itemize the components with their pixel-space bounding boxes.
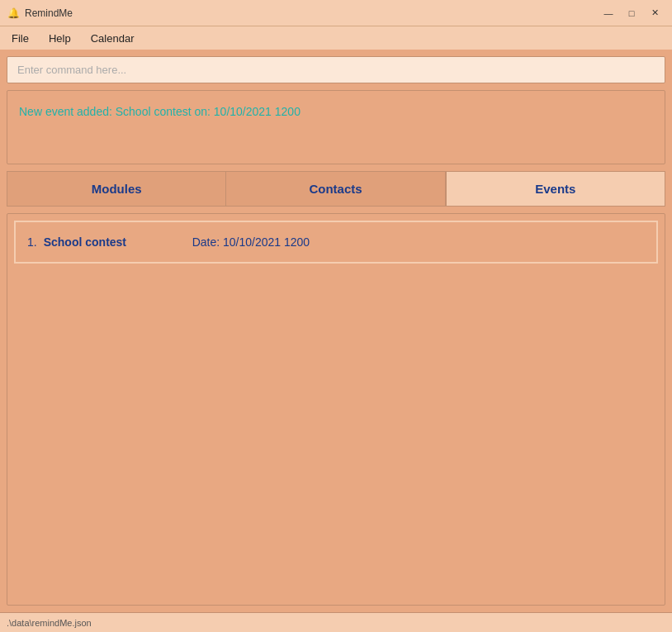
- status-text: .\data\remindMe.json: [7, 618, 92, 628]
- tab-events[interactable]: Events: [446, 171, 665, 207]
- notification-text: New event added: School contest on: 10/1…: [19, 105, 301, 118]
- menu-file[interactable]: File: [3, 31, 37, 46]
- menu-calendar[interactable]: Calendar: [83, 31, 143, 46]
- event-date: Date: 10/10/2021 1200: [192, 235, 310, 249]
- maximize-button[interactable]: □: [621, 5, 642, 21]
- app-icon: 🔔: [7, 7, 20, 20]
- event-name: School contest: [44, 235, 143, 249]
- menu-help[interactable]: Help: [40, 31, 79, 46]
- tab-modules[interactable]: Modules: [7, 171, 225, 207]
- events-container: 1. School contest Date: 10/10/2021 1200: [7, 213, 665, 606]
- title-bar-left: 🔔 RemindMe: [7, 7, 73, 20]
- status-bar: .\data\remindMe.json: [0, 612, 672, 632]
- main-content: New event added: School contest on: 10/1…: [0, 50, 672, 612]
- command-input[interactable]: [7, 56, 665, 83]
- notification-area: New event added: School contest on: 10/1…: [7, 90, 665, 164]
- minimize-button[interactable]: —: [598, 5, 619, 21]
- close-button[interactable]: ✕: [644, 5, 665, 21]
- app-title: RemindMe: [25, 7, 73, 19]
- title-bar: 🔔 RemindMe — □ ✕: [0, 0, 672, 26]
- table-row: 1. School contest Date: 10/10/2021 1200: [14, 221, 658, 264]
- event-number: 1.: [27, 235, 37, 249]
- tabs: Modules Contacts Events: [7, 171, 665, 207]
- window-controls: — □ ✕: [598, 5, 665, 21]
- tab-contacts[interactable]: Contacts: [225, 171, 445, 207]
- menu-bar: File Help Calendar: [0, 26, 672, 50]
